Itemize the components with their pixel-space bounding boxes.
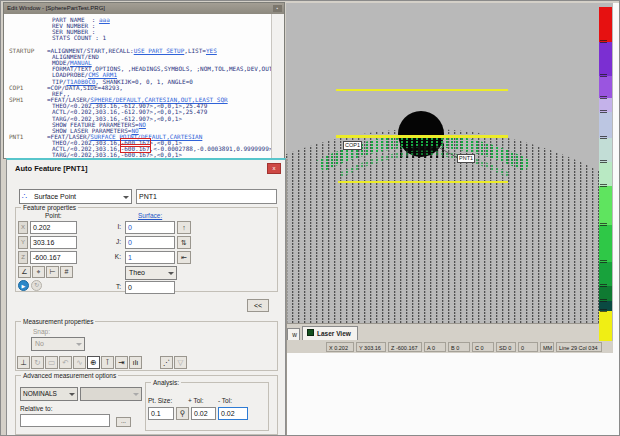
relative-to-field[interactable] [20, 414, 110, 427]
histogram-icon[interactable]: ılı [129, 356, 142, 369]
target-circle-icon[interactable]: ⊕ [87, 356, 100, 369]
yellow-scan-line-2 [336, 135, 508, 138]
edit-window-scrollbar[interactable] [271, 14, 284, 158]
patch-scan-icon[interactable]: ▭ [45, 356, 58, 369]
pc-dmis-window: Edit Window - [SpherePartTest.PRG] ▪ PAR… [0, 0, 620, 436]
cop1-label[interactable]: COP1 [343, 141, 362, 150]
analysis-label: Analysis: [151, 379, 181, 386]
axes-icon[interactable]: ∠ [18, 266, 31, 278]
probe-path-icon[interactable]: ⊥ [17, 356, 30, 369]
filter-icon[interactable]: ▽ [174, 356, 187, 369]
nominals-dropdown[interactable]: NOMINALS [20, 387, 78, 401]
edit-window-title: Edit Window - [SpherePartTest.PRG] [7, 5, 105, 11]
retest-button[interactable]: ↻ [31, 280, 42, 291]
i-value-field[interactable]: 0 [125, 221, 175, 234]
magnifier-icon[interactable]: ⚲ [176, 407, 189, 420]
scale-segment [599, 7, 612, 42]
status-sd: SD 0 [496, 342, 516, 352]
point-toolbar: ∠⌖⊢# [18, 266, 74, 278]
program-code: PART NAME : aaa REV NUMBER : SER NUMBER … [4, 14, 272, 158]
secondary-dropdown [80, 387, 142, 401]
t-label: T: [111, 283, 121, 290]
plus-tol-field[interactable]: 0.02 [191, 407, 216, 420]
arc-move-icon[interactable]: ↶ [59, 356, 72, 369]
collapse-button[interactable]: << [247, 299, 269, 312]
chevron-down-icon [168, 272, 174, 275]
j-value-field[interactable]: 0 [125, 236, 175, 249]
bottom-margin [287, 353, 620, 436]
pt-size-label: Pt. Size: [148, 397, 172, 404]
flip-vector-icon[interactable]: ⇅ [177, 236, 191, 249]
surface-point-icon: ∴ [22, 190, 27, 203]
scan-direction-icon[interactable]: ⋰ [160, 356, 173, 369]
pnt1-label[interactable]: PNT1 [457, 154, 475, 163]
z-value-field[interactable]: -600.167 [30, 251, 77, 264]
deviation-color-scale [599, 7, 612, 341]
yellow-scan-line-3 [338, 181, 508, 183]
feature-id-field[interactable]: PNT1 [136, 189, 277, 204]
scale-segment [599, 162, 612, 186]
scale-segment [599, 42, 612, 76]
status-c: C 0 [472, 342, 494, 352]
status-units: MM [540, 342, 554, 352]
point-label: Point: [45, 212, 62, 219]
close-icon[interactable]: x [267, 163, 281, 174]
feature-properties-label: Feature properties [21, 204, 78, 211]
status-zero: 0 [518, 342, 538, 352]
scale-segment [599, 138, 612, 162]
edge-offset-icon[interactable]: ⇥ [115, 356, 128, 369]
theo-value: Theo [129, 269, 145, 276]
grid-icon[interactable]: # [60, 266, 73, 278]
tab-hidden-view[interactable]: w [287, 328, 300, 340]
t-value-field[interactable]: 0 [125, 281, 175, 294]
tab-laser-view[interactable]: Laser View [302, 326, 358, 340]
x-value-field[interactable]: 0.202 [30, 221, 77, 234]
pt-size-field[interactable]: 0.1 [148, 407, 174, 420]
laser-view[interactable]: COP1 PNT1 w Laser View [286, 3, 613, 341]
freeform-scan-icon[interactable]: ∿ [73, 356, 86, 369]
measurement-properties-label: Measurement properties [21, 318, 95, 325]
edit-window-titlebar[interactable]: Edit Window - [SpherePartTest.PRG] ▪ [4, 3, 284, 14]
feature-type-value: Surface Point [34, 193, 76, 200]
point-offset-icon[interactable]: ⊢ [46, 266, 59, 278]
point-cloud-graphic [286, 3, 599, 323]
snap-dropdown: No [31, 337, 85, 351]
auto-feature-dialog: Auto Feature [PNT1] x ∴ Surface Point PN… [6, 158, 286, 436]
rotate-icon[interactable]: ↻ [31, 356, 44, 369]
test-toolbar: ▶ ↻ [18, 280, 42, 291]
test-point-button[interactable]: ▶ [18, 280, 29, 291]
view-tab-bar: w Laser View [286, 323, 599, 341]
theo-dropdown[interactable]: Theo [125, 266, 177, 280]
scale-segment [599, 262, 612, 286]
edit-window-menu-button[interactable]: ▪ [273, 5, 282, 12]
scale-segment [599, 311, 612, 341]
edit-window-code-area[interactable]: PART NAME : aaa REV NUMBER : SER NUMBER … [4, 14, 272, 158]
plus-tol-label: + Tol: [188, 397, 204, 404]
scale-segment [599, 186, 612, 225]
advanced-options-label: Advanced measurement options [21, 372, 118, 379]
feature-type-dropdown[interactable]: ∴ Surface Point [19, 189, 132, 204]
k-value-field[interactable]: 1 [125, 251, 175, 264]
i-label: I: [111, 223, 121, 230]
tab-laser-view-label: Laser View [317, 330, 351, 337]
minus-tol-field[interactable]: 0.02 [218, 407, 248, 420]
chevron-down-icon [123, 196, 129, 199]
x-axis-button[interactable]: X [18, 221, 28, 234]
find-nominals-icon[interactable]: ⌖ [32, 266, 45, 278]
yellow-scan-line-1 [336, 89, 508, 91]
status-a: A 0 [424, 342, 446, 352]
y-value-field[interactable]: 303.16 [30, 236, 77, 249]
vector-up-icon[interactable]: ↑ [177, 221, 191, 234]
z-axis-button[interactable]: Z [18, 251, 28, 264]
align-vector-icon[interactable]: ⇤ [177, 251, 191, 264]
scale-segment [599, 225, 612, 262]
surface-label[interactable]: Surface: [138, 212, 162, 219]
surface-depth-icon[interactable]: ⊺ [101, 356, 114, 369]
dialog-title: Auto Feature [PNT1] [15, 164, 88, 173]
snap-value: No [35, 340, 44, 347]
status-b: B 0 [448, 342, 470, 352]
relative-to-label: Relative to: [20, 405, 53, 412]
browse-button[interactable]: ... [116, 417, 131, 427]
status-x: X 0.202 [326, 342, 354, 352]
y-axis-button[interactable]: Y [18, 236, 28, 249]
